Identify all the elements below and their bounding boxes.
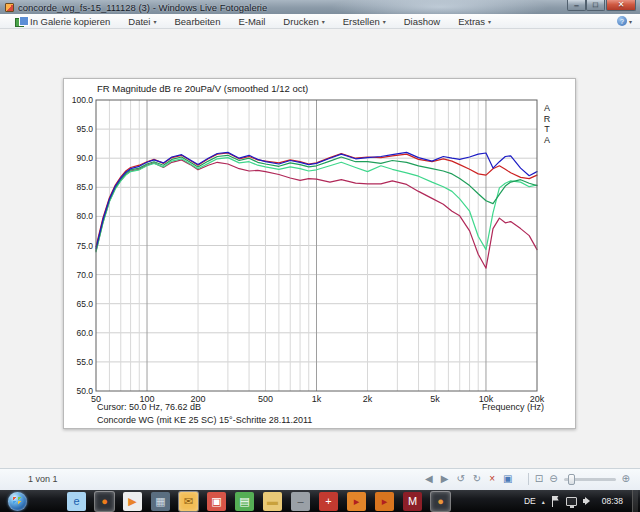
taskbar-app-orange-1-glyph: ▸ xyxy=(354,496,360,507)
svg-text:2k: 2k xyxy=(363,394,373,404)
zoom-in-button[interactable]: ⊕ xyxy=(622,474,630,484)
menu-item-erstellen[interactable]: Erstellen▾ xyxy=(334,14,395,28)
taskbar-media-player-glyph: ▶ xyxy=(128,496,136,507)
svg-text:R: R xyxy=(544,114,551,124)
taskbar-firefox[interactable]: ● xyxy=(95,492,114,511)
cursor-readout: Cursor: 50.0 Hz, 76.62 dB xyxy=(97,402,201,412)
frequency-response-chart: 100.095.090.085.080.075.070.065.060.055.… xyxy=(64,79,575,428)
chevron-down-icon: ▾ xyxy=(488,18,491,25)
statusbar: 1 von 1 ◀▶↺↻×▣ ⊡ ⊖ ⊕ xyxy=(0,468,640,490)
svg-text:85.0: 85.0 xyxy=(76,182,93,192)
chevron-down-icon: ▾ xyxy=(383,18,386,25)
caption-buttons: – □ ✕ xyxy=(567,0,636,11)
taskbar-app-green[interactable]: ▤ xyxy=(235,492,254,511)
menu-item-label: Drucken xyxy=(283,16,318,27)
menu-copy-label: In Galerie kopieren xyxy=(30,16,110,27)
zoom-slider[interactable] xyxy=(564,478,616,481)
svg-text:5k: 5k xyxy=(430,394,440,404)
minimize-button[interactable]: – xyxy=(567,0,586,11)
window-icon xyxy=(5,3,14,12)
taskbar-app-slate-glyph: ▦ xyxy=(155,496,165,507)
system-tray: DE ▴ 08:38 xyxy=(524,490,640,512)
taskbar-media-player[interactable]: ▶ xyxy=(123,492,142,511)
svg-text:T: T xyxy=(544,124,550,134)
taskbar-app-red[interactable]: ▣ xyxy=(207,492,226,511)
taskbar-ie[interactable]: e xyxy=(67,492,86,511)
taskbar-photo-gallery[interactable]: ● xyxy=(431,492,450,511)
taskbar-app-gray[interactable]: – xyxy=(291,492,310,511)
menu-item-bearbeiten[interactable]: Bearbeiten xyxy=(165,14,229,28)
taskbar-app-gray-glyph: – xyxy=(297,496,303,507)
chevron-down-icon: ▾ xyxy=(322,18,325,25)
taskbar-app-orange-2-glyph: ▸ xyxy=(382,496,388,507)
actual-size-button[interactable]: ⊡ xyxy=(535,474,543,484)
volume-icon[interactable] xyxy=(583,496,593,506)
delete-button[interactable]: × xyxy=(489,474,495,484)
svg-text:60.0: 60.0 xyxy=(76,328,93,338)
menu-item-label: Bearbeiten xyxy=(174,16,220,27)
menu-item-drucken[interactable]: Drucken▾ xyxy=(274,14,333,28)
zoom-out-button[interactable]: ⊖ xyxy=(549,474,557,484)
language-indicator[interactable]: DE xyxy=(524,496,536,506)
copy-to-gallery-icon xyxy=(15,16,27,27)
network-icon[interactable] xyxy=(566,497,577,506)
taskbar-app-green-glyph: ▤ xyxy=(239,496,249,507)
svg-text:90.0: 90.0 xyxy=(76,153,93,163)
taskbar-app-slate[interactable]: ▦ xyxy=(151,492,170,511)
menu-item-label: Extras xyxy=(458,16,485,27)
taskbar-outlook-glyph: ✉ xyxy=(184,496,193,507)
svg-text:65.0: 65.0 xyxy=(76,299,93,309)
svg-text:500: 500 xyxy=(258,394,273,404)
svg-text:75.0: 75.0 xyxy=(76,241,93,251)
previous-button[interactable]: ◀ xyxy=(425,474,433,484)
next-button[interactable]: ▶ xyxy=(441,474,449,484)
chevron-down-icon: ▾ xyxy=(153,18,156,25)
taskbar-photo-gallery-glyph: ● xyxy=(437,496,444,507)
svg-text:100.0: 100.0 xyxy=(72,95,94,105)
slideshow-button[interactable]: ▣ xyxy=(503,474,512,484)
taskbar-folder-glyph: ▬ xyxy=(267,496,278,507)
svg-text:95.0: 95.0 xyxy=(76,124,93,134)
menu-copy-to-gallery[interactable]: In Galerie kopieren xyxy=(6,14,119,28)
maximize-button[interactable]: □ xyxy=(586,0,605,11)
menu-item-datei[interactable]: Datei▾ xyxy=(119,14,165,28)
clock[interactable]: 08:38 xyxy=(602,496,623,506)
svg-text:A: A xyxy=(544,103,550,113)
help-menu[interactable]: ? ▾ xyxy=(617,16,632,26)
menu-item-label: Erstellen xyxy=(343,16,380,27)
start-button[interactable] xyxy=(8,492,27,511)
chevron-down-icon: ▾ xyxy=(629,18,632,25)
close-button[interactable]: ✕ xyxy=(606,0,636,11)
taskbar-app-red-grid-glyph: + xyxy=(325,496,331,507)
menu-item-label: Diashow xyxy=(404,16,440,27)
taskbar-app-red-glyph: ▣ xyxy=(211,496,221,507)
taskbar-app-red-grid[interactable]: + xyxy=(319,492,338,511)
svg-text:1k: 1k xyxy=(312,394,322,404)
taskbar-folder[interactable]: ▬ xyxy=(263,492,282,511)
zoom-slider-handle[interactable] xyxy=(568,474,575,485)
taskbar-outlook[interactable]: ✉ xyxy=(179,492,198,511)
separator xyxy=(528,473,529,485)
taskbar-firefox-glyph: ● xyxy=(101,496,108,507)
action-center-flag-icon[interactable] xyxy=(551,496,560,507)
menu-item-diashow[interactable]: Diashow xyxy=(395,14,449,28)
photo-chart-image[interactable]: 100.095.090.085.080.075.070.065.060.055.… xyxy=(63,78,576,429)
menu-item-email[interactable]: E-Mail xyxy=(229,14,274,28)
titlebar[interactable]: concorde_wg_fs-15_111128 (3) - Windows L… xyxy=(0,0,640,14)
desktop: concorde_wg_fs-15_111128 (3) - Windows L… xyxy=(0,0,640,512)
tray-expand-icon[interactable]: ▴ xyxy=(542,498,545,505)
taskbar-word-m[interactable]: M xyxy=(403,492,422,511)
content-area: 100.095.090.085.080.075.070.065.060.055.… xyxy=(0,30,640,468)
taskbar-word-m-glyph: M xyxy=(408,496,417,507)
show-desktop-button[interactable] xyxy=(632,490,638,512)
x-axis-label: Frequency (Hz) xyxy=(482,402,544,412)
taskbar-app-orange-1[interactable]: ▸ xyxy=(347,492,366,511)
menu-item-label: E-Mail xyxy=(238,16,265,27)
chart-title: FR Magnitude dB re 20uPa/V (smoothed 1/1… xyxy=(97,83,308,94)
rotate-right-button[interactable]: ↻ xyxy=(473,474,481,484)
taskbar-app-orange-2[interactable]: ▸ xyxy=(375,492,394,511)
menu-item-extras[interactable]: Extras▾ xyxy=(449,14,500,28)
menu-item-label: Datei xyxy=(128,16,150,27)
rotate-left-button[interactable]: ↺ xyxy=(456,474,464,484)
window-title: concorde_wg_fs-15_111128 (3) - Windows L… xyxy=(18,2,267,13)
